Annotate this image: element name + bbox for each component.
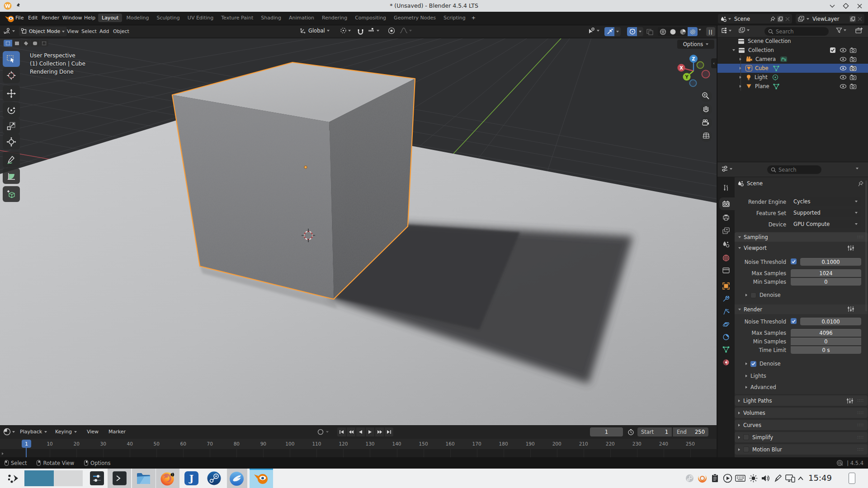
select-none-button[interactable] — [40, 40, 48, 47]
collection-checkbox[interactable] — [830, 47, 836, 53]
tab-particles[interactable] — [722, 308, 730, 315]
tray-pen-icon[interactable] — [774, 474, 782, 483]
prev-keyframe-button[interactable] — [347, 427, 355, 436]
tab-view-layer[interactable] — [722, 227, 730, 235]
close-icon[interactable] — [857, 3, 863, 9]
overlays-toggle[interactable] — [627, 27, 638, 36]
shading-rendered-button[interactable] — [688, 27, 698, 36]
browser-icon[interactable] — [229, 471, 244, 486]
menu-window[interactable]: Window — [62, 15, 82, 21]
lights-row[interactable]: Lights — [745, 373, 766, 379]
pin-icon[interactable] — [770, 16, 775, 22]
tab-shading[interactable]: Shading — [257, 14, 285, 22]
hide-eye-icon[interactable] — [840, 47, 847, 53]
outliner-row-camera[interactable]: Camera — [717, 55, 868, 64]
sliders-icon[interactable] — [847, 245, 855, 251]
overlays-dropdown[interactable] — [637, 27, 643, 36]
pivot-point-button[interactable] — [340, 27, 351, 34]
start-frame-field[interactable]: Start 1 — [637, 427, 672, 436]
outliner-row-plane[interactable]: Plane — [717, 82, 868, 91]
shading-material-button[interactable] — [678, 27, 688, 36]
tab-modifiers[interactable] — [722, 296, 730, 303]
xray-toggle-icon[interactable] — [646, 29, 654, 35]
hide-eye-icon[interactable] — [840, 83, 847, 89]
taskbar-clock[interactable]: 15:49 — [808, 473, 832, 483]
tab-scene[interactable] — [722, 241, 730, 248]
tool-measure[interactable] — [3, 168, 20, 184]
outliner-row-cube[interactable]: Cube — [717, 64, 868, 73]
jump-to-start-button[interactable] — [337, 427, 346, 436]
menu-object[interactable]: Object — [113, 28, 129, 34]
vp-min-field[interactable]: 0 — [791, 278, 861, 286]
copy-icon[interactable] — [777, 16, 783, 22]
play-button[interactable] — [366, 427, 374, 436]
panel-light-paths[interactable]: Light Paths :::: — [735, 395, 868, 406]
shading-wireframe-button[interactable] — [658, 27, 668, 36]
panel-motion-blur[interactable]: Motion Blur :::: — [735, 444, 868, 455]
add-workspace-button[interactable]: + — [470, 14, 477, 22]
tool-annotate[interactable] — [3, 152, 20, 168]
tab-scripting[interactable]: Scripting — [440, 14, 469, 22]
select-tweak-button[interactable] — [4, 40, 12, 47]
hide-eye-icon[interactable] — [840, 74, 847, 80]
autokey-button[interactable] — [316, 428, 329, 436]
tool-scale[interactable] — [3, 118, 20, 134]
r-denoise-row[interactable]: Denoise — [745, 361, 781, 367]
tab-geometry-nodes[interactable]: Geometry Nodes — [390, 14, 439, 22]
panel-simplify[interactable]: Simplify :::: — [735, 432, 868, 442]
tab-modeling[interactable]: Modeling — [123, 14, 152, 22]
tool-cursor[interactable] — [3, 67, 20, 83]
terminal-app-button[interactable] — [113, 471, 127, 485]
vp-denoise-row[interactable]: Denoise — [745, 292, 781, 298]
maximize-icon[interactable] — [843, 3, 849, 9]
unlink-icon[interactable] — [785, 17, 790, 21]
tray-volume-icon[interactable] — [761, 474, 770, 483]
tab-data[interactable] — [722, 346, 730, 353]
playback-menu[interactable]: Playback — [20, 429, 47, 435]
vp-max-field[interactable]: 1024 — [791, 269, 861, 277]
tab-layout[interactable]: Layout — [98, 14, 122, 22]
tab-object[interactable] — [722, 282, 730, 290]
tray-brightness-icon[interactable] — [749, 474, 758, 483]
display-mode-button[interactable] — [721, 27, 731, 34]
settings-app-button[interactable] — [90, 471, 104, 485]
taskbar-window-grey[interactable] — [54, 470, 83, 486]
tray-steam-icon[interactable] — [685, 474, 694, 483]
tab-compositing[interactable]: Compositing — [351, 14, 390, 22]
tray-clipboard-icon[interactable] — [711, 474, 719, 483]
tab-sculpting[interactable]: Sculpting — [153, 14, 183, 22]
advanced-row[interactable]: Advanced — [745, 384, 776, 390]
render-visibility-icon[interactable] — [849, 65, 857, 71]
tool-add-cube[interactable] — [3, 186, 20, 202]
viewport-3d[interactable]: Z X Y User Perspective (1) Collection | … — [0, 38, 717, 425]
channel-expand-icon[interactable] — [2, 452, 4, 455]
render-visibility-icon[interactable] — [849, 56, 857, 62]
tray-display-icon[interactable] — [785, 474, 795, 483]
remove-icon[interactable] — [858, 17, 862, 21]
tool-transform[interactable] — [3, 134, 20, 150]
hide-eye-icon[interactable] — [840, 56, 847, 62]
outliner-row-collection[interactable]: Collection — [717, 46, 868, 55]
timeline-tracks[interactable] — [0, 449, 717, 458]
properties-search[interactable]: Search — [767, 165, 821, 174]
blender-logo[interactable] — [5, 14, 15, 23]
new-collection-button[interactable] — [855, 27, 863, 34]
menu-add[interactable]: Add — [99, 28, 109, 34]
filter-id-button[interactable] — [739, 27, 750, 33]
keying-menu[interactable]: Keying — [55, 429, 77, 435]
firefox-icon[interactable] — [160, 470, 176, 487]
pause-render-button[interactable]: || — [706, 27, 715, 36]
render-engine-dropdown[interactable]: Cycles — [790, 197, 861, 206]
viewport-subpanel-header[interactable]: Viewport — [738, 245, 767, 251]
menu-view[interactable]: View — [67, 28, 79, 34]
render-visibility-icon[interactable] — [849, 74, 857, 80]
tab-constraints[interactable] — [722, 333, 730, 341]
shading-solid-button[interactable] — [668, 27, 678, 36]
show-gizmo-button[interactable] — [588, 27, 599, 34]
properties-options-dropdown[interactable] — [856, 168, 859, 169]
minimize-icon[interactable] — [829, 4, 835, 9]
current-frame-field[interactable]: 1 — [590, 427, 623, 436]
end-frame-field[interactable]: End 250 — [673, 427, 708, 436]
transform-orientation[interactable]: Global — [300, 27, 330, 34]
device-dropdown[interactable]: GPU Compute — [790, 220, 861, 228]
